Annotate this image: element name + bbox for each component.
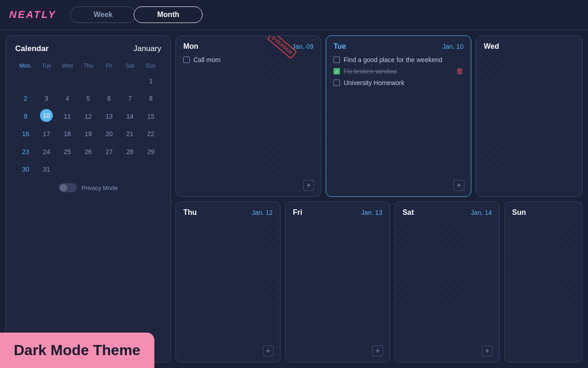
cal-day-10-today[interactable]: 10 xyxy=(40,109,53,122)
add-task-button-tue[interactable]: + xyxy=(453,180,464,191)
day-header-tue: Tue Jan. 10 xyxy=(334,42,464,51)
task-item: Call mom xyxy=(183,56,313,63)
cal-day-15[interactable]: 15 xyxy=(141,109,161,124)
cal-day-3[interactable]: 3 xyxy=(36,91,57,106)
cal-day-9[interactable]: 9 xyxy=(15,109,36,124)
day-header-thu: Thu Jan. 12 xyxy=(183,208,273,217)
day-name-fri: Fri xyxy=(293,208,302,217)
add-task-button-sat[interactable]: + xyxy=(482,345,493,356)
cal-day-empty xyxy=(141,162,161,177)
cal-header-thu: Thu xyxy=(78,61,98,71)
day-name-sun: Sun xyxy=(512,208,526,217)
cal-week-1: 1 xyxy=(15,74,161,88)
cal-day-19[interactable]: 19 xyxy=(78,126,98,141)
cal-day-8[interactable]: 8 xyxy=(141,91,161,106)
cal-day-empty xyxy=(99,162,119,177)
cal-day-24[interactable]: 24 xyxy=(36,144,57,159)
task-text-1: Find a good place for the weekend xyxy=(344,56,442,63)
cal-day-30[interactable]: 30 xyxy=(15,162,36,177)
cal-header-tue: Tue xyxy=(36,61,57,71)
add-task-button-mon[interactable]: + xyxy=(303,180,314,191)
cal-day-29[interactable]: 29 xyxy=(141,144,161,159)
day-date-sat: Jan. 14 xyxy=(471,209,492,216)
cal-day-26[interactable]: 26 xyxy=(78,144,98,159)
task-text: Call mom xyxy=(193,56,220,63)
day-name-wed: Wed xyxy=(484,42,499,51)
cal-day-empty xyxy=(57,162,78,177)
cal-header-fri: Fri xyxy=(99,61,119,71)
cal-day-11[interactable]: 11 xyxy=(57,109,78,124)
day-card-tue: Tue Jan. 10 Find a good place for the we… xyxy=(326,35,471,197)
cal-day-23[interactable]: 23 xyxy=(15,144,36,159)
task-checkbox-3[interactable] xyxy=(334,80,340,86)
cal-day-4[interactable]: 4 xyxy=(57,91,78,106)
calendar-month: January xyxy=(134,44,161,53)
day-date-fri: Jan. 13 xyxy=(361,209,382,216)
day-card-thu: Thu Jan. 12 + xyxy=(175,201,281,363)
cal-day-5[interactable]: 5 xyxy=(78,91,98,106)
task-item-1: Find a good place for the weekend xyxy=(334,56,464,63)
calendar-day-headers: Mon. Tue Wed Thu Fri Sat Sun xyxy=(15,61,161,71)
tab-group: Week Month xyxy=(70,6,201,23)
calendar-header: Calendar January xyxy=(15,44,161,53)
day-name-tue: Tue xyxy=(334,42,346,51)
cal-day-empty xyxy=(119,74,140,88)
cal-header-mon: Mon. xyxy=(15,61,36,71)
app-logo: NEATLY xyxy=(9,9,57,21)
add-task-button-thu[interactable]: + xyxy=(263,345,274,356)
sidebar: Calendar January Mon. Tue Wed Thu Fri Sa… xyxy=(6,35,171,362)
cal-day-empty xyxy=(119,162,140,177)
add-task-button-fri[interactable]: + xyxy=(372,345,383,356)
main-content: Calendar January Mon. Tue Wed Thu Fri Sa… xyxy=(0,30,588,368)
cal-day-25[interactable]: 25 xyxy=(57,144,78,159)
cal-day-14[interactable]: 14 xyxy=(119,109,140,124)
task-checkbox-1[interactable] xyxy=(334,57,340,63)
cal-day-16[interactable]: 16 xyxy=(15,126,36,141)
task-checkbox-2[interactable] xyxy=(334,68,340,75)
cal-day-12[interactable]: 12 xyxy=(78,109,98,124)
dark-mode-badge: Dark Mode Theme xyxy=(0,333,154,368)
cal-day-empty xyxy=(57,74,78,88)
cal-week-5: 23 24 25 26 27 28 29 xyxy=(15,144,161,159)
cal-week-2: 2 3 4 5 6 7 8 xyxy=(15,91,161,106)
cal-week-4: 16 17 18 19 20 21 22 xyxy=(15,126,161,141)
tab-week[interactable]: Week xyxy=(70,6,136,23)
privacy-row: Privacy Mode xyxy=(15,183,161,192)
cal-header-sat: Sat xyxy=(119,61,140,71)
cal-day-7[interactable]: 7 xyxy=(119,91,140,106)
cal-week-6: 30 31 xyxy=(15,162,161,177)
cal-day-21[interactable]: 21 xyxy=(119,126,140,141)
calendar-card: Calendar January Mon. Tue Wed Thu Fri Sa… xyxy=(6,35,171,362)
cal-day-20[interactable]: 20 xyxy=(99,126,119,141)
cal-week-3: 9 10 11 12 13 14 15 xyxy=(15,109,161,124)
cal-day-28[interactable]: 28 xyxy=(119,144,140,159)
cal-header-sun: Sun xyxy=(141,61,161,71)
cal-header-wed: Wed xyxy=(57,61,78,71)
cal-day-2[interactable]: 2 xyxy=(15,91,36,106)
cal-day-empty xyxy=(36,74,57,88)
cal-day-empty xyxy=(99,74,119,88)
task-text-2: Fix broken window xyxy=(344,68,397,75)
privacy-toggle[interactable] xyxy=(59,183,77,192)
cal-day-empty xyxy=(78,162,98,177)
day-card-wed: Wed xyxy=(476,35,582,197)
day-card-sat: Sat Jan. 14 + xyxy=(395,201,500,363)
privacy-label: Privacy Mode xyxy=(82,184,118,191)
day-date-tue: Jan. 10 xyxy=(442,43,464,50)
cal-day-18[interactable]: 18 xyxy=(57,126,78,141)
cal-day-17[interactable]: 17 xyxy=(36,126,57,141)
delete-task-icon[interactable]: 🗑 xyxy=(456,67,464,75)
task-text-3: University Homework xyxy=(344,79,404,86)
cal-day-1[interactable]: 1 xyxy=(141,74,161,88)
days-bottom-row: Thu Jan. 12 + Fri Jan. 13 + Sat Jan. 14 xyxy=(175,201,582,363)
task-item-3: University Homework xyxy=(334,79,464,86)
cal-day-22[interactable]: 22 xyxy=(141,126,161,141)
cal-day-6[interactable]: 6 xyxy=(99,91,119,106)
task-checkbox[interactable] xyxy=(183,57,190,63)
cal-day-13[interactable]: 13 xyxy=(99,109,119,124)
tab-month[interactable]: Month xyxy=(134,6,203,23)
cal-day-27[interactable]: 27 xyxy=(99,144,119,159)
cal-day-31[interactable]: 31 xyxy=(36,162,57,177)
day-name-thu: Thu xyxy=(183,208,197,217)
calendar-grid: Mon. Tue Wed Thu Fri Sat Sun 1 xyxy=(15,61,161,177)
